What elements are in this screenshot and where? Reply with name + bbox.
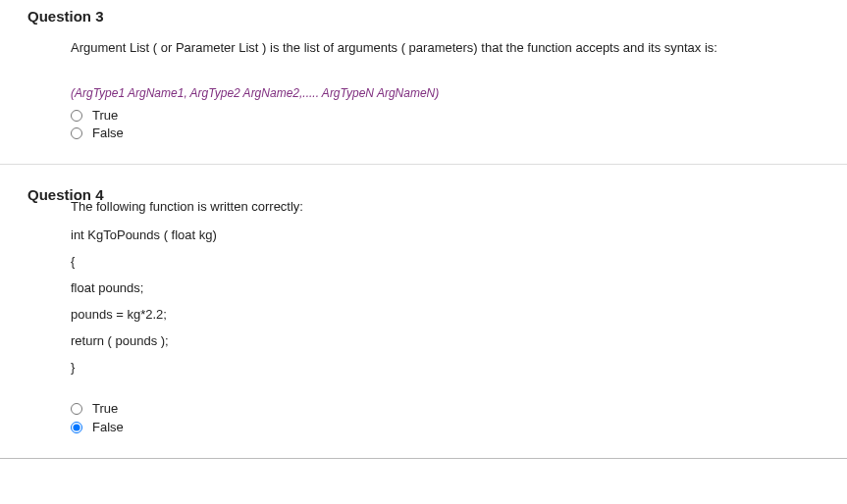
q4-option-false[interactable]: False bbox=[71, 419, 820, 436]
q4-option-true[interactable]: True bbox=[71, 400, 820, 418]
q4-option-true-label: True bbox=[92, 400, 118, 418]
q3-radio-false[interactable] bbox=[71, 127, 82, 139]
q4-option-false-label: False bbox=[92, 419, 124, 436]
q4-code-line-5: } bbox=[71, 360, 820, 375]
divider bbox=[0, 164, 847, 165]
q4-code-line-1: { bbox=[71, 254, 820, 269]
question-3-title: Question 3 bbox=[27, 8, 820, 25]
q3-option-false[interactable]: False bbox=[71, 125, 820, 142]
q3-option-true[interactable]: True bbox=[71, 107, 820, 125]
q3-option-false-label: False bbox=[92, 125, 124, 142]
question-3-prompt: Argument List ( or Parameter List ) is t… bbox=[71, 38, 820, 59]
question-4: Question 4 The following function is wri… bbox=[0, 178, 847, 451]
q4-radio-true[interactable] bbox=[71, 403, 82, 415]
q4-code-line-0: int KgToPounds ( float kg) bbox=[71, 227, 820, 242]
question-4-body: The following function is written correc… bbox=[71, 199, 820, 435]
q4-code-line-2: float pounds; bbox=[71, 280, 820, 295]
question-3: Question 3 Argument List ( or Parameter … bbox=[0, 0, 847, 158]
q4-radio-false[interactable] bbox=[71, 422, 82, 433]
question-3-options: True False bbox=[71, 107, 820, 142]
question-4-options: True False bbox=[71, 400, 820, 435]
question-4-prompt: The following function is written correc… bbox=[71, 199, 820, 214]
question-3-body: Argument List ( or Parameter List ) is t… bbox=[71, 38, 820, 142]
q4-code-line-3: pounds = kg*2.2; bbox=[71, 307, 820, 322]
q3-option-true-label: True bbox=[92, 107, 118, 125]
page-bottom-border bbox=[0, 458, 847, 459]
q4-code-line-4: return ( pounds ); bbox=[71, 333, 820, 348]
question-3-syntax: (ArgType1 ArgName1, ArgType2 ArgName2,..… bbox=[71, 84, 820, 103]
q3-radio-true[interactable] bbox=[71, 110, 82, 122]
